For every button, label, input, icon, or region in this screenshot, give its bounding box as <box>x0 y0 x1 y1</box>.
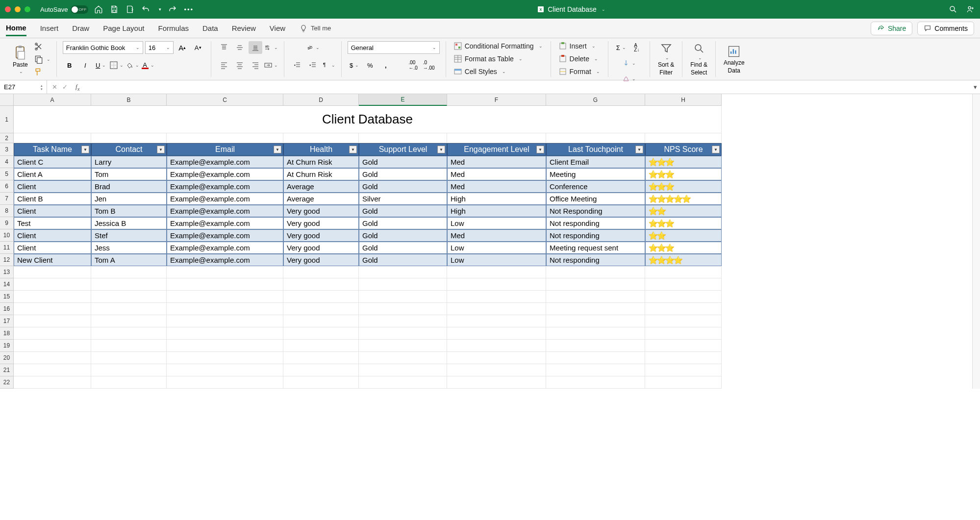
table-cell[interactable]: Example@example.com <box>167 217 283 229</box>
name-box[interactable]: E27 ▴▾ <box>0 80 47 94</box>
copy-icon[interactable] <box>34 54 44 64</box>
cell[interactable] <box>14 315 91 327</box>
cell[interactable] <box>283 303 359 315</box>
cell[interactable] <box>91 266 167 278</box>
table-cell[interactable]: Not Responding <box>546 205 645 217</box>
namebox-stepper-icon[interactable]: ▴▾ <box>41 84 43 91</box>
cell[interactable] <box>359 364 447 376</box>
search-icon[interactable] <box>949 5 957 14</box>
table-cell[interactable]: Example@example.com <box>167 205 283 217</box>
cell[interactable] <box>14 340 91 352</box>
table-cell[interactable]: ⭐⭐⭐ <box>645 217 722 229</box>
cell[interactable] <box>645 327 722 340</box>
fx-icon[interactable]: fx <box>73 83 82 92</box>
table-cell[interactable]: Gold <box>359 217 447 229</box>
table-header[interactable]: Engagement Level▼ <box>447 143 546 156</box>
cell[interactable] <box>91 352 167 364</box>
table-cell[interactable]: Not responding <box>546 217 645 229</box>
cell[interactable] <box>14 278 91 291</box>
table-cell[interactable]: Gold <box>359 156 447 168</box>
cell[interactable] <box>14 376 91 389</box>
tab-data[interactable]: Data <box>202 21 218 35</box>
decrease-indent-icon[interactable] <box>290 59 304 72</box>
cell[interactable] <box>91 376 167 389</box>
cell[interactable] <box>546 278 645 291</box>
tab-insert[interactable]: Insert <box>40 21 59 35</box>
table-cell[interactable]: ⭐⭐⭐ <box>645 180 722 193</box>
increase-indent-icon[interactable] <box>306 59 320 72</box>
find-select-button[interactable]: ⌄ Find &Select <box>688 42 709 77</box>
cell[interactable] <box>167 327 283 340</box>
table-cell[interactable]: Example@example.com <box>167 254 283 266</box>
decrease-font-icon[interactable]: A▾ <box>191 41 205 54</box>
tab-draw[interactable]: Draw <box>72 21 89 35</box>
align-right-icon[interactable] <box>249 59 262 72</box>
col-header-C[interactable]: C <box>167 94 283 106</box>
row-header-15[interactable]: 15 <box>0 291 14 303</box>
table-cell[interactable]: Gold <box>359 180 447 193</box>
bold-button[interactable]: B <box>63 59 76 72</box>
table-cell[interactable]: Stef <box>91 229 167 242</box>
row-header-7[interactable]: 7 <box>0 193 14 205</box>
tab-home[interactable]: Home <box>6 21 26 36</box>
table-cell[interactable]: Average <box>283 180 359 193</box>
align-left-icon[interactable] <box>217 59 231 72</box>
row-header-1[interactable]: 1 <box>0 106 14 133</box>
cell[interactable] <box>167 303 283 315</box>
col-header-F[interactable]: F <box>447 94 546 106</box>
cell[interactable] <box>91 291 167 303</box>
cell[interactable] <box>14 352 91 364</box>
cell[interactable] <box>283 376 359 389</box>
cell[interactable] <box>645 303 722 315</box>
borders-button[interactable]: ⌄ <box>110 59 124 72</box>
sort-filter-button[interactable]: ⌄ Sort &Filter <box>656 42 676 77</box>
table-cell[interactable]: ⭐⭐⭐ <box>645 242 722 254</box>
italic-button[interactable]: I <box>78 59 92 72</box>
table-cell[interactable]: Med <box>447 156 546 168</box>
table-cell[interactable]: Meeting <box>546 168 645 180</box>
tell-me[interactable]: Tell me <box>299 24 331 33</box>
table-cell[interactable]: Average <box>283 193 359 205</box>
table-cell[interactable]: Example@example.com <box>167 168 283 180</box>
accounting-format-icon[interactable]: $⌄ <box>348 59 361 72</box>
fill-color-button[interactable]: ⌄ <box>126 59 139 72</box>
cell[interactable] <box>283 352 359 364</box>
cell[interactable] <box>645 291 722 303</box>
toggle-off-icon[interactable]: OFF <box>71 5 88 14</box>
cell[interactable] <box>645 340 722 352</box>
cell[interactable] <box>447 364 546 376</box>
filter-dropdown-icon[interactable]: ▼ <box>437 146 445 153</box>
table-cell[interactable]: At Churn Risk <box>283 156 359 168</box>
cell[interactable] <box>283 133 359 143</box>
cell[interactable] <box>447 133 546 143</box>
number-format-select[interactable]: General⌄ <box>348 41 440 54</box>
share-people-icon[interactable] <box>966 5 975 14</box>
cell[interactable] <box>546 315 645 327</box>
cell[interactable] <box>359 266 447 278</box>
table-cell[interactable]: Not responding <box>546 254 645 266</box>
comma-format-icon[interactable]: , <box>379 59 393 72</box>
cell[interactable] <box>283 327 359 340</box>
table-cell[interactable]: Brad <box>91 180 167 193</box>
rtl-icon[interactable]: ¶⌄ <box>322 59 335 72</box>
table-cell[interactable]: Low <box>447 217 546 229</box>
cell[interactable] <box>167 364 283 376</box>
cell[interactable] <box>447 376 546 389</box>
table-cell[interactable]: New Client <box>14 254 91 266</box>
insert-cells-button[interactable]: Insert⌄ <box>557 41 598 51</box>
table-cell[interactable]: Client <box>14 180 91 193</box>
tab-review[interactable]: Review <box>232 21 256 35</box>
tab-formulas[interactable]: Formulas <box>158 21 189 35</box>
table-cell[interactable]: Client C <box>14 156 91 168</box>
increase-font-icon[interactable]: A▴ <box>176 41 189 54</box>
cell[interactable] <box>447 266 546 278</box>
merge-cells-icon[interactable]: ⌄ <box>264 59 278 72</box>
filter-dropdown-icon[interactable]: ▼ <box>712 146 720 153</box>
table-cell[interactable]: High <box>447 193 546 205</box>
table-cell[interactable]: Low <box>447 242 546 254</box>
cell[interactable] <box>447 303 546 315</box>
table-cell[interactable]: Very good <box>283 254 359 266</box>
table-cell[interactable]: Med <box>447 229 546 242</box>
cell[interactable] <box>14 291 91 303</box>
table-cell[interactable]: Example@example.com <box>167 229 283 242</box>
